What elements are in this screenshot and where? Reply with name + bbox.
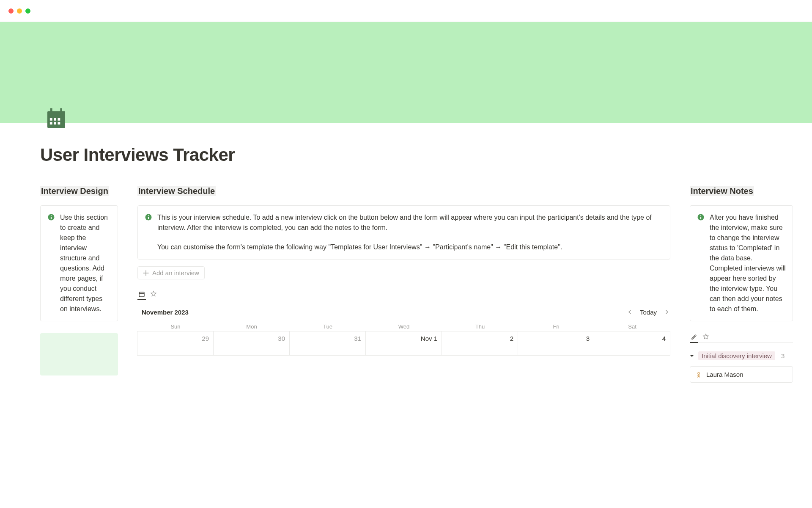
dow-sun: Sun — [137, 322, 214, 331]
info-icon — [145, 213, 152, 221]
triangle-down-icon — [690, 352, 694, 360]
calendar-icon — [44, 106, 68, 132]
page-title: User Interviews Tracker — [40, 145, 793, 165]
info-icon — [47, 213, 55, 221]
design-heading: Interview Design — [40, 186, 109, 196]
svg-rect-2 — [60, 108, 62, 113]
add-interview-label: Add an interview — [152, 269, 199, 276]
calendar-cell[interactable]: 31 — [289, 331, 366, 356]
svg-rect-8 — [58, 122, 60, 124]
dow-tue: Tue — [290, 322, 366, 331]
svg-rect-4 — [54, 118, 56, 121]
sub-page-thumbnail[interactable] — [40, 333, 118, 375]
interview-note-card[interactable]: Laura Mason — [690, 366, 793, 383]
svg-rect-14 — [148, 217, 149, 219]
starred-view-tab[interactable] — [149, 289, 158, 299]
design-callout-text: Use this section to create and keep the … — [60, 213, 111, 314]
fullscreen-window-button[interactable] — [25, 8, 30, 14]
interview-schedule-column: Interview Schedule This is your intervie… — [137, 186, 670, 356]
hero-banner — [0, 22, 812, 123]
svg-rect-1 — [50, 108, 52, 113]
calendar-next-button[interactable] — [664, 309, 669, 316]
dow-fri: Fri — [518, 322, 594, 331]
edit-icon — [691, 334, 697, 340]
starred-notes-tab[interactable] — [702, 331, 710, 342]
svg-rect-3 — [50, 118, 52, 121]
schedule-callout-p2: You can customise the form's template th… — [157, 242, 663, 252]
schedule-callout: This is your interview schedule. To add … — [137, 205, 670, 260]
minimize-window-button[interactable] — [17, 8, 22, 14]
calendar-view-tabs — [137, 289, 670, 300]
calendar-cell[interactable]: 2 — [442, 331, 518, 356]
svg-rect-11 — [51, 217, 52, 219]
svg-point-13 — [148, 215, 149, 216]
interview-notes-column: Interview Notes After you have finished … — [690, 186, 793, 383]
chevron-left-icon — [627, 309, 632, 315]
schedule-callout-p1: This is your interview schedule. To add … — [157, 213, 663, 233]
calendar-cell[interactable]: 4 — [594, 331, 670, 356]
notes-callout: After you have finished the interview, m… — [690, 205, 793, 321]
person-icon — [695, 371, 702, 378]
calendar-month: November 2023 — [137, 309, 189, 316]
interview-design-column: Interview Design Use this section to cre… — [40, 186, 118, 375]
calendar-cell[interactable]: Nov 1 — [365, 331, 442, 356]
calendar-small-icon — [138, 291, 145, 298]
window-titlebar — [0, 0, 812, 22]
notes-view-tabs — [690, 331, 793, 343]
calendar-view-tab[interactable] — [137, 289, 146, 300]
schedule-heading: Interview Schedule — [137, 186, 216, 196]
svg-rect-19 — [700, 217, 701, 219]
svg-point-20 — [698, 372, 700, 374]
svg-rect-5 — [58, 118, 60, 121]
notes-group-header[interactable]: Initial discovery interview 3 — [690, 351, 793, 360]
calendar-cell[interactable]: 30 — [213, 331, 290, 356]
info-icon — [697, 213, 705, 221]
calendar-prev-button[interactable] — [627, 309, 632, 316]
svg-rect-6 — [50, 122, 52, 124]
schedule-callout-text: This is your interview schedule. To add … — [157, 213, 663, 252]
star-icon — [150, 290, 157, 297]
svg-point-10 — [51, 215, 52, 216]
star-icon — [702, 333, 709, 340]
dow-sat: Sat — [594, 322, 670, 331]
design-callout: Use this section to create and keep the … — [40, 205, 118, 321]
svg-point-18 — [700, 215, 701, 216]
chevron-right-icon — [664, 309, 669, 315]
add-interview-button[interactable]: Add an interview — [137, 266, 205, 279]
group-count: 3 — [781, 352, 785, 359]
edit-view-tab[interactable] — [690, 332, 698, 343]
calendar-cell[interactable]: 3 — [518, 331, 594, 356]
calendar-grid: Sun Mon Tue Wed Thu Fri Sat 29 30 31 Nov… — [137, 322, 670, 356]
dow-wed: Wed — [366, 322, 442, 331]
svg-rect-15 — [139, 292, 144, 297]
svg-rect-7 — [54, 122, 56, 124]
group-tag: Initial discovery interview — [698, 351, 775, 360]
dow-thu: Thu — [442, 322, 518, 331]
notes-heading: Interview Notes — [690, 186, 754, 196]
notes-callout-text: After you have finished the interview, m… — [710, 213, 786, 314]
calendar-cell[interactable]: 29 — [137, 331, 214, 356]
dow-mon: Mon — [214, 322, 290, 331]
person-name: Laura Mason — [706, 371, 743, 378]
plus-icon — [143, 270, 149, 276]
close-window-button[interactable] — [8, 8, 14, 14]
calendar-today-button[interactable]: Today — [640, 309, 657, 316]
